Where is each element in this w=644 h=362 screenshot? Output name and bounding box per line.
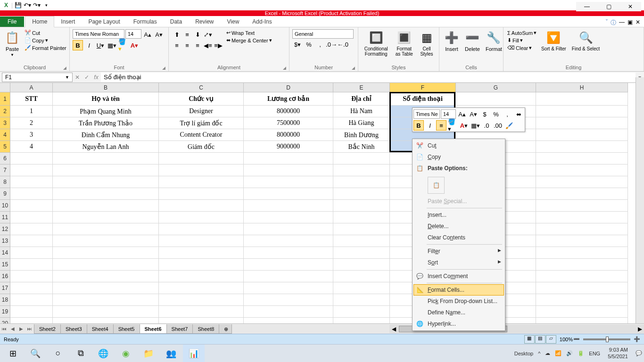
tab-nav-last[interactable]: ⏭ (25, 326, 34, 331)
dialog-launcher-icon[interactable]: ◢ (162, 66, 165, 70)
cells-area[interactable]: STTHọ và tênChức vụLương cơ bảnĐịa chỉSố… (10, 92, 628, 362)
cell[interactable] (536, 200, 628, 212)
sheet-tab-sheet7[interactable]: Sheet7 (166, 324, 193, 334)
align-center-icon[interactable]: ≡ (182, 40, 192, 50)
cell[interactable] (159, 271, 244, 282)
fx-icon[interactable]: fx (91, 74, 101, 81)
cell[interactable] (536, 129, 628, 141)
indent-inc-icon[interactable]: ≡▶ (213, 40, 223, 50)
row-header-14[interactable]: 14 (0, 247, 10, 259)
close-button[interactable]: ✕ (619, 2, 641, 11)
cell[interactable] (10, 200, 53, 212)
row-header-16[interactable]: 16 (0, 271, 10, 282)
wifi-icon[interactable]: 📶 (555, 350, 561, 356)
cell[interactable]: 3 (10, 129, 53, 141)
cell[interactable] (53, 247, 159, 259)
zoom-level[interactable]: 100% (560, 337, 573, 342)
cell[interactable]: Họ và tên (53, 92, 159, 106)
cell[interactable] (159, 247, 244, 259)
cell[interactable] (159, 200, 244, 212)
underline-button[interactable]: U▾ (95, 40, 106, 50)
cell[interactable] (333, 153, 390, 165)
row-header-3[interactable]: 3 (0, 117, 10, 129)
cm-hyperlink[interactable]: 🌐Hyperlink... (413, 318, 504, 329)
row-header-10[interactable]: 10 (0, 200, 10, 212)
cell[interactable] (53, 165, 159, 176)
mini-center[interactable]: ≡ (436, 120, 446, 131)
cell[interactable] (333, 188, 390, 200)
tray-up-icon[interactable]: ^ (538, 351, 540, 356)
mini-dec-dec[interactable]: .00 (493, 120, 503, 131)
cell[interactable] (333, 247, 390, 259)
qat-customize-icon[interactable]: ▾ (42, 1, 50, 9)
cell[interactable] (159, 259, 244, 271)
maximize-button[interactable]: ▢ (598, 2, 619, 11)
font-name-combo[interactable] (73, 29, 124, 39)
cell[interactable] (10, 188, 53, 200)
mini-font-combo[interactable] (413, 109, 440, 119)
cm-clear-contents[interactable]: Clear Contents (413, 232, 504, 243)
cell[interactable] (244, 271, 333, 282)
cell[interactable] (333, 306, 390, 318)
cell[interactable] (10, 306, 53, 318)
sheet-tab-sheet2[interactable]: Sheet2 (34, 324, 61, 334)
row-header-11[interactable]: 11 (0, 212, 10, 223)
cm-pick-dropdown[interactable]: Pick From Drop-down List... (413, 296, 504, 307)
mini-shrink-font[interactable]: A▾ (468, 109, 479, 119)
format-cells-button[interactable]: 🔧Format (484, 29, 504, 53)
sheet-tab-sheet5[interactable]: Sheet5 (113, 324, 140, 334)
copy-button[interactable]: 📄 Copy ▾ (24, 37, 67, 44)
align-left-icon[interactable]: ≡ (172, 40, 182, 50)
cell[interactable] (53, 176, 159, 188)
cell[interactable] (159, 282, 244, 294)
shrink-font-icon[interactable]: A▾ (154, 29, 164, 40)
align-bottom-icon[interactable]: ⬇ (192, 29, 203, 40)
row-header-19[interactable]: 19 (0, 306, 10, 318)
column-header-B[interactable]: B (53, 83, 159, 92)
minimize-button[interactable]: — (576, 2, 598, 11)
redo-icon[interactable]: ↷▾ (33, 1, 41, 9)
mini-size-combo[interactable] (441, 109, 456, 119)
cm-filter[interactable]: Filter▶ (413, 246, 504, 257)
cell[interactable]: Content Creator (159, 129, 244, 141)
cell[interactable] (10, 176, 53, 188)
zoom-out-button[interactable]: ➖ (573, 336, 580, 342)
insert-cells-button[interactable]: ➕Insert (442, 29, 461, 53)
cell[interactable] (53, 153, 159, 165)
column-header-A[interactable]: A (10, 83, 53, 92)
cell[interactable]: 9000000 (244, 141, 333, 153)
cell[interactable] (10, 271, 53, 282)
cell[interactable] (159, 176, 244, 188)
cell[interactable] (53, 306, 159, 318)
cell[interactable] (536, 141, 628, 153)
cell[interactable] (536, 92, 628, 106)
app-icon[interactable]: ◉ (115, 345, 137, 362)
help-icon[interactable]: ⓘ (611, 19, 616, 27)
find-select-button[interactable]: 🔍Find & Select (570, 29, 602, 52)
tab-nav-next[interactable]: ▶ (17, 326, 25, 331)
cell[interactable]: Trần Phương Thảo (53, 117, 159, 129)
undo-icon[interactable]: ↶▾ (23, 1, 32, 9)
zoom-in-button[interactable]: ➕ (634, 336, 640, 342)
cell[interactable] (244, 223, 333, 235)
align-mid-icon[interactable]: ≡ (182, 29, 192, 40)
view-break-icon[interactable]: ▱ (546, 335, 556, 344)
row-header-4[interactable]: 4 (0, 129, 10, 141)
cell[interactable] (333, 282, 390, 294)
cell[interactable] (333, 223, 390, 235)
wrap-text-button[interactable]: ↩ Wrap Text (225, 29, 273, 36)
cell[interactable] (10, 294, 53, 306)
cell[interactable] (333, 212, 390, 223)
cell[interactable] (536, 294, 628, 306)
sheet-tab-sheet4[interactable]: Sheet4 (87, 324, 114, 334)
cell[interactable] (244, 259, 333, 271)
cell[interactable] (53, 188, 159, 200)
cell[interactable] (159, 212, 244, 223)
cell[interactable] (536, 188, 628, 200)
column-header-E[interactable]: E (333, 83, 390, 92)
cell[interactable] (536, 247, 628, 259)
cell[interactable] (159, 294, 244, 306)
sort-filter-button[interactable]: 🔽Sort & Filter (539, 29, 568, 52)
cell[interactable] (159, 153, 244, 165)
cm-cut[interactable]: ✂️Cut (413, 140, 504, 151)
